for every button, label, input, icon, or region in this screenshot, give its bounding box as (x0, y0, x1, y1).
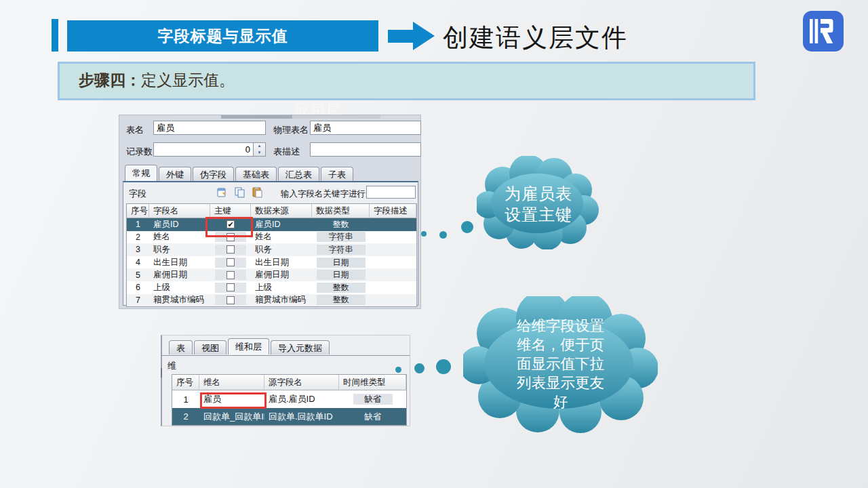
cell-field-name: 雇佣日期 (149, 269, 210, 281)
tab-3[interactable]: 导入元数据 (271, 340, 330, 354)
dim-column-header-2: 源字段名 (264, 375, 339, 390)
splitter-handle[interactable] (161, 368, 162, 378)
data-type-value: 日期 (317, 258, 366, 268)
copy-icon[interactable] (233, 186, 246, 199)
tab-1[interactable]: 视图 (194, 340, 226, 354)
data-type-value: 整数 (317, 220, 366, 230)
pk-checkbox[interactable] (226, 245, 235, 253)
record-count-label: 记录数 (126, 146, 153, 158)
general-tab-panel: 字段 输入字段名关键字进行查找: 序号字段名主键数据来源数据类型字段描述 1雇员… (123, 181, 418, 306)
record-count-stepper[interactable]: ▲ ▼ (254, 142, 266, 157)
stepper-down-icon[interactable]: ▼ (254, 150, 265, 157)
tab-2[interactable]: 维和层 (228, 338, 269, 354)
table-name-input[interactable] (153, 121, 266, 135)
callout-text: 给维字段设置 维名，便于页 面显示值下拉 列表显示更友 好 (463, 317, 658, 411)
cell-primary-key (210, 295, 251, 305)
cell-primary-key (210, 258, 251, 268)
fields-table-body: 1雇员ID✔雇员ID整数2姓名姓名字符串3职务职务字符串4出生日期出生日期日期5… (127, 218, 416, 306)
pk-checkbox[interactable] (226, 258, 235, 266)
cell-data-source: 籍贯城市编码 (251, 294, 312, 306)
cell-primary-key (210, 245, 251, 255)
table-editor-tabbar: 常规外键伪字段基础表汇总表子表 (125, 165, 353, 181)
cell-data-type: 字符串 (312, 232, 370, 242)
tab-2[interactable]: 伪字段 (193, 167, 234, 181)
column-header-0: 序号 (127, 204, 149, 218)
tab-3[interactable]: 基础表 (235, 167, 277, 181)
pk-checkbox[interactable] (226, 271, 235, 279)
pk-checkbox-bg (215, 258, 246, 268)
fields-table: 序号字段名主键数据来源数据类型字段描述 1雇员ID✔雇员ID整数2姓名姓名字符串… (126, 203, 417, 307)
cell-data-type: 日期 (312, 258, 370, 268)
cell-no: 3 (127, 245, 149, 254)
data-type-value: 整数 (317, 283, 366, 293)
physical-name-input[interactable] (310, 121, 421, 135)
cell-data-source: 姓名 (251, 231, 312, 243)
cell-data-type: 整数 (312, 220, 370, 230)
cell-data-source: 雇员ID (251, 219, 312, 230)
thought-dot (421, 231, 427, 237)
tab-1[interactable]: 外键 (159, 167, 191, 181)
dim-section-label: 维 (167, 360, 176, 372)
cell-time-dim-type: 缺省 (339, 411, 406, 422)
paste-icon[interactable] (251, 186, 264, 199)
cell-field-name: 出生日期 (149, 257, 210, 268)
pk-checkbox[interactable] (226, 283, 235, 291)
thought-dot (436, 359, 451, 374)
cell-data-source: 雇佣日期 (251, 269, 312, 281)
step-banner: 步骤四：定义显示值。 (58, 62, 755, 100)
column-header-4: 数据类型 (312, 204, 370, 218)
cell-no: 2 (172, 411, 199, 422)
dim-table-row[interactable]: 2回款单_回款单ID回款单.回款单ID缺省 (172, 408, 406, 425)
brand-logo (803, 11, 844, 52)
cell-no: 7 (127, 296, 149, 305)
column-header-5: 字段描述 (370, 204, 416, 218)
step-description: 定义显示值。 (141, 72, 235, 89)
table-row[interactable]: 2姓名姓名字符串 (127, 231, 416, 244)
cell-field-name: 姓名 (149, 231, 210, 243)
cell-data-type: 字符串 (312, 245, 370, 255)
thought-dot (439, 231, 447, 239)
tabbar-divider (162, 355, 410, 356)
tab-0[interactable]: 表 (169, 340, 193, 354)
cell-data-type: 日期 (312, 270, 370, 280)
dim-name-highlight-box (200, 392, 267, 409)
table-row[interactable]: 3职务职务字符串 (127, 243, 416, 256)
stepper-up-icon[interactable]: ▲ (254, 143, 265, 150)
record-count-input[interactable] (153, 142, 254, 157)
column-header-2: 主键 (210, 204, 251, 218)
cell-field-name: 职务 (149, 244, 210, 256)
field-search-input[interactable] (366, 186, 416, 199)
cell-primary-key (210, 283, 251, 293)
cropped-window-edge (292, 115, 380, 119)
table-row[interactable]: 6上级上级整数 (127, 281, 416, 294)
tab-5[interactable]: 子表 (321, 167, 353, 181)
tab-0[interactable]: 常规 (125, 165, 157, 181)
cropped-window-edge (221, 115, 292, 119)
data-type-value: 字符串 (317, 232, 366, 242)
pk-checkbox[interactable] (226, 296, 235, 304)
cell-source-field: 雇员.雇员ID (264, 393, 339, 405)
table-row[interactable]: 4出生日期出生日期日期 (127, 256, 416, 269)
cell-data-source: 上级 (251, 282, 312, 293)
callout-text: 为雇员表 设置主键 (477, 183, 600, 225)
dim-editor-screenshot: 表视图维和层导入元数据 维 序号维名源字段名时间维类型 1雇员雇员.雇员ID缺省… (161, 335, 410, 426)
tab-4[interactable]: 汇总表 (278, 167, 319, 181)
physical-name-label: 物理表名 (273, 124, 309, 136)
cell-data-type: 整数 (312, 295, 370, 305)
cell-data-source: 出生日期 (251, 257, 312, 268)
fields-section-label: 字段 (129, 188, 146, 200)
table-row[interactable]: 1雇员ID✔雇员ID整数 (127, 218, 416, 231)
dim-column-header-3: 时间维类型 (339, 375, 406, 390)
new-field-icon[interactable] (216, 186, 229, 199)
dim-editor-tabbar: 表视图维和层导入元数据 (169, 338, 330, 354)
primary-key-highlight-box (205, 217, 253, 237)
arrow-icon (388, 30, 413, 43)
cell-no: 2 (127, 232, 149, 242)
pk-checkbox-bg (215, 270, 246, 280)
description-input[interactable] (310, 142, 421, 157)
table-row[interactable]: 7籍贯城市编码籍贯城市编码整数 (127, 294, 416, 307)
table-row[interactable]: 5雇佣日期雇佣日期日期 (127, 268, 416, 281)
table-name-label: 表名 (126, 124, 144, 136)
header-badge-label: 字段标题与显示值 (158, 27, 288, 45)
thought-dot (461, 221, 473, 233)
